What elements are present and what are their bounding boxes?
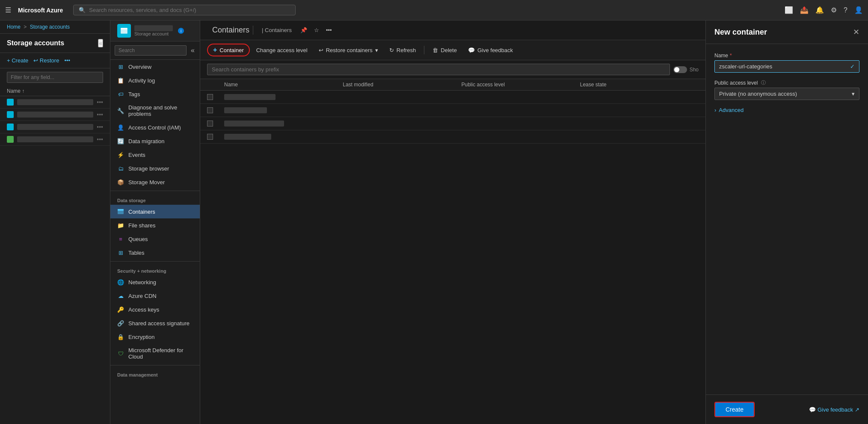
public-access-select[interactable]: Private (no anonymous access) ▾ xyxy=(714,88,859,100)
filter-input[interactable] xyxy=(7,72,103,83)
sidebar-item-access-keys[interactable]: 🔑 Access keys xyxy=(110,303,200,316)
list-header: Name ↑ xyxy=(0,86,110,96)
storage-item[interactable]: xxxxxxxxxxxxxxxxx ••• xyxy=(0,109,110,121)
sidebar-item-file-shares[interactable]: 📁 File shares xyxy=(110,218,200,232)
breadcrumb-home[interactable]: Home xyxy=(7,24,21,30)
sidebar-item-diagnose[interactable]: 🔧 Diagnose and solve problems xyxy=(110,101,200,121)
content-search-bar: Sho xyxy=(200,60,705,79)
toggle-knob xyxy=(674,67,679,72)
name-field-label: Name * xyxy=(714,53,859,59)
star-icon[interactable]: ☆ xyxy=(314,27,319,33)
nav-collapse-button[interactable]: « xyxy=(189,45,196,56)
change-access-level-button[interactable]: Change access level xyxy=(252,44,312,56)
data-management-section-label: Data management xyxy=(110,367,200,379)
left-panel-header: Storage accounts « xyxy=(0,34,110,53)
sidebar-item-encryption[interactable]: 🔒 Encryption xyxy=(110,330,200,344)
row-checkbox[interactable] xyxy=(207,94,213,100)
sidebar-item-queues[interactable]: ≡ Queues xyxy=(110,232,200,246)
sidebar-item-label: Containers xyxy=(128,209,155,215)
left-panel-title: Storage accounts xyxy=(7,39,64,47)
sidebar-item-data-migration[interactable]: 🔄 Data migration xyxy=(110,134,200,148)
create-button[interactable]: + Create xyxy=(7,57,28,64)
close-right-panel-button[interactable]: ✕ xyxy=(853,27,859,37)
table-row[interactable] xyxy=(200,91,705,104)
sidebar-item-azure-cdn[interactable]: ☁ Azure CDN xyxy=(110,289,200,303)
give-feedback-toolbar-button[interactable]: 💬 Give feedback xyxy=(463,44,518,56)
storage-item-name: xxxxxxxxxxxxxxxxx xyxy=(17,112,93,118)
refresh-icon: ↻ xyxy=(389,47,394,53)
events-icon: ⚡ xyxy=(117,151,124,158)
storage-item[interactable]: xxxxxxxxxxxxxxxxx ••• xyxy=(0,96,110,109)
sidebar-item-label: Azure CDN xyxy=(128,293,157,299)
sidebar-item-label: Events xyxy=(128,152,145,158)
table-row[interactable] xyxy=(200,104,705,117)
sidebar-item-storage-browser[interactable]: 🗂 Storage browser xyxy=(110,162,200,175)
storage-item-menu[interactable]: ••• xyxy=(97,124,103,130)
restore-containers-button[interactable]: ↩ Restore containers ▾ xyxy=(314,44,383,56)
sidebar-item-storage-mover[interactable]: 📦 Storage Mover xyxy=(110,175,200,189)
create-container-button[interactable]: Create xyxy=(714,402,755,417)
hamburger-menu[interactable]: ☰ xyxy=(5,6,11,14)
row-checkbox[interactable] xyxy=(207,121,213,127)
cloud-shell-icon[interactable]: ⬜ xyxy=(785,6,793,14)
refresh-button[interactable]: ↻ Refresh xyxy=(385,44,421,56)
advanced-section[interactable]: › Advanced xyxy=(714,107,859,113)
notifications-icon[interactable]: 🔔 xyxy=(815,6,824,14)
global-search-bar[interactable]: 🔍 xyxy=(73,5,296,15)
container-label: Container xyxy=(219,47,243,53)
storage-item-name: xxxxxxxxxxxxxxxxx xyxy=(17,99,93,105)
more-actions-button[interactable]: ••• xyxy=(64,57,70,64)
account-icon[interactable]: 👤 xyxy=(854,6,863,14)
encryption-icon: 🔒 xyxy=(117,333,124,340)
help-icon[interactable]: ? xyxy=(844,6,847,14)
sidebar-item-networking[interactable]: 🌐 Networking xyxy=(110,275,200,289)
pin-icon[interactable]: 📌 xyxy=(300,27,307,33)
show-toggle[interactable] xyxy=(673,66,687,73)
sidebar-item-defender[interactable]: 🛡 Microsoft Defender for Cloud xyxy=(110,344,200,363)
settings-icon[interactable]: ⚙ xyxy=(831,6,837,14)
delete-button[interactable]: 🗑 Delete xyxy=(428,44,462,56)
storage-item-menu[interactable]: ••• xyxy=(97,136,103,143)
container-search-input[interactable] xyxy=(207,64,670,75)
global-search-input[interactable] xyxy=(89,7,290,13)
sas-icon: 🔗 xyxy=(117,320,124,327)
container-name-input[interactable] xyxy=(719,63,850,70)
restore-button[interactable]: ↩ Restore xyxy=(33,57,59,64)
sidebar-item-activity-log[interactable]: 📋 Activity log xyxy=(110,74,200,87)
nav-divider-2 xyxy=(110,261,200,262)
name-column-header: Name xyxy=(224,82,343,88)
breadcrumb-sep1: > xyxy=(24,24,27,30)
nav-search-input[interactable] xyxy=(115,45,187,56)
table-row[interactable] xyxy=(200,117,705,130)
sidebar-item-tags[interactable]: 🏷 Tags xyxy=(110,87,200,101)
sidebar-item-label: Microsoft Defender for Cloud xyxy=(128,347,193,360)
left-panel-collapse-button[interactable]: « xyxy=(98,39,103,47)
row-checkbox[interactable] xyxy=(207,107,213,113)
more-icon[interactable]: ••• xyxy=(326,27,332,33)
table-row[interactable] xyxy=(200,130,705,144)
info-icon[interactable]: ⓘ xyxy=(761,80,766,86)
sidebar-item-sas[interactable]: 🔗 Shared access signature xyxy=(110,316,200,330)
diagnose-icon: 🔧 xyxy=(117,107,124,114)
sidebar-item-tables[interactable]: ⊞ Tables xyxy=(110,246,200,259)
nav-divider xyxy=(110,191,200,191)
storage-item-icon xyxy=(7,99,14,106)
storage-item-menu[interactable]: ••• xyxy=(97,99,103,106)
upload-icon[interactable]: 📤 xyxy=(800,6,809,14)
storage-item-menu[interactable]: ••• xyxy=(97,111,103,118)
sidebar-item-iam[interactable]: 👤 Access Control (IAM) xyxy=(110,121,200,134)
sidebar-item-containers[interactable]: Containers xyxy=(110,205,200,218)
sidebar-item-label: Encryption xyxy=(128,334,154,340)
give-feedback-link[interactable]: 💬 Give feedback ↗ xyxy=(809,406,859,413)
row-checkbox[interactable] xyxy=(207,134,213,140)
restore-label: Restore containers xyxy=(326,47,373,53)
add-container-button[interactable]: + Container xyxy=(207,44,250,56)
storage-browser-icon: 🗂 xyxy=(117,165,124,172)
restore-icon: ↩ xyxy=(319,47,323,53)
storage-item[interactable]: xxxxxxxxxxxxxxxxx ••• xyxy=(0,121,110,133)
storage-item[interactable]: xxxxxxxxxxxxxxxxx ••• xyxy=(0,133,110,146)
breadcrumb-storage-accounts[interactable]: Storage accounts xyxy=(30,24,70,30)
sidebar-item-overview[interactable]: ⊞ Overview xyxy=(110,60,200,74)
sidebar-item-events[interactable]: ⚡ Events xyxy=(110,148,200,162)
info-badge[interactable]: i xyxy=(178,28,184,34)
